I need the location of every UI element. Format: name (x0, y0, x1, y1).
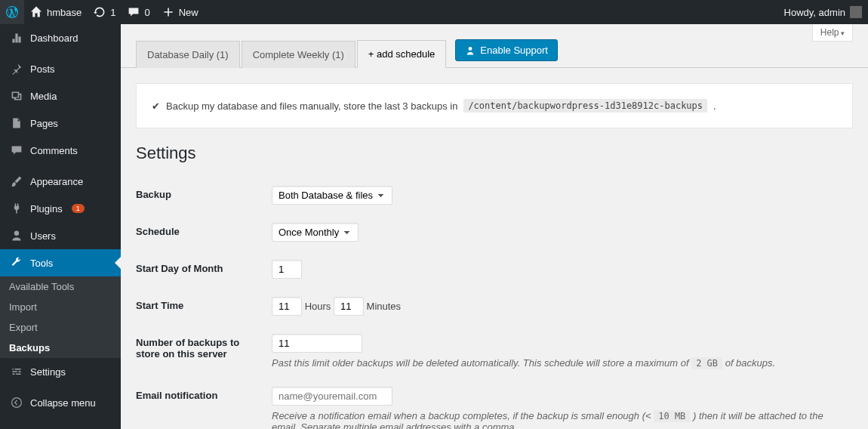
svg-point-0 (12, 398, 22, 408)
wordpress-icon (6, 6, 18, 18)
howdy-text: Howdy, admin (784, 7, 845, 18)
comments-link[interactable]: 0 (122, 0, 155, 24)
menu-dashboard-label: Dashboard (30, 32, 78, 44)
menu-comments-label: Comments (30, 145, 78, 156)
account-link[interactable]: Howdy, admin (778, 0, 868, 24)
menu-pages[interactable]: Pages (0, 110, 121, 137)
comment-icon (128, 6, 140, 18)
start-time-label: Start Time (136, 288, 272, 325)
menu-users-label: Users (30, 230, 56, 242)
collapse-label: Collapse menu (30, 397, 96, 409)
dashboard-icon (9, 30, 24, 45)
enable-support-button[interactable]: Enable Support (455, 39, 558, 61)
summary-text: Backup my database and files manually, s… (166, 100, 457, 112)
schedule-select[interactable]: Once Monthly (272, 223, 359, 242)
site-name: hmbase (47, 7, 82, 18)
menu-appearance[interactable]: Appearance (0, 168, 121, 195)
hours-label: Hours (305, 301, 331, 312)
support-icon (465, 45, 476, 56)
home-icon (30, 6, 42, 18)
hours-input[interactable] (272, 297, 302, 316)
plus-icon (162, 6, 174, 18)
submenu-import[interactable]: Import (0, 297, 121, 317)
menu-users[interactable]: Users (0, 222, 121, 249)
schedule-label: Schedule (136, 214, 272, 251)
email-label: Email notification (136, 378, 272, 429)
admin-bar: hmbase 1 0 New Howdy, admin (0, 0, 868, 24)
admin-sidebar: Dashboard Posts Media Pages Comments App… (0, 24, 121, 429)
backup-summary-panel: ✔ Backup my database and files manually,… (136, 83, 853, 128)
start-day-input[interactable] (272, 260, 302, 279)
submenu-export[interactable]: Export (0, 317, 121, 338)
new-link[interactable]: New (156, 0, 205, 24)
comment-icon (9, 143, 24, 158)
minutes-label: Minutes (367, 301, 402, 312)
comments-count: 0 (144, 7, 149, 18)
tab-complete-weekly[interactable]: Complete Weekly (1) (242, 41, 356, 68)
menu-media[interactable]: Media (0, 82, 121, 110)
tab-database-daily[interactable]: Database Daily (1) (136, 41, 240, 68)
avatar (850, 6, 862, 18)
menu-media-label: Media (30, 91, 57, 102)
pin-icon (9, 61, 24, 76)
tools-submenu: Available Tools Import Export Backups (0, 276, 121, 358)
help-tab[interactable]: Help (812, 24, 853, 42)
check-icon: ✔ (152, 100, 160, 112)
media-icon (9, 88, 24, 103)
start-day-label: Start Day of Month (136, 251, 272, 288)
email-description: Receive a notification email when a back… (272, 410, 845, 429)
num-backups-description: Past this limit older backups will be de… (272, 357, 845, 369)
num-backups-label: Number of backups to store on this serve… (136, 325, 272, 378)
wp-logo[interactable] (0, 0, 24, 24)
menu-posts[interactable]: Posts (0, 55, 121, 82)
plugins-update-badge: 1 (72, 204, 85, 213)
enable-support-label: Enable Support (480, 45, 548, 56)
sliders-icon (9, 364, 24, 379)
user-icon (9, 228, 24, 243)
menu-appearance-label: Appearance (30, 176, 83, 187)
page-icon (9, 116, 24, 131)
updates-link[interactable]: 1 (88, 0, 122, 24)
email-input[interactable] (272, 387, 392, 406)
plug-icon (9, 201, 24, 216)
menu-pages-label: Pages (30, 118, 58, 129)
settings-heading: Settings (136, 144, 853, 163)
updates-count: 1 (110, 7, 115, 18)
submenu-available-tools[interactable]: Available Tools (0, 276, 121, 297)
summary-path: /content/backupwordpress-1d31e8912c-back… (463, 99, 707, 113)
summary-tail: . (713, 100, 716, 112)
menu-plugins-label: Plugins (30, 203, 63, 214)
schedule-tabs: Database Daily (1) Complete Weekly (1) +… (121, 24, 868, 68)
content-area: Help Database Daily (1) Complete Weekly … (121, 24, 868, 429)
tab-add-schedule[interactable]: + add schedule (357, 40, 447, 68)
menu-tools-label: Tools (30, 258, 53, 269)
collapse-icon (9, 395, 24, 410)
menu-dashboard[interactable]: Dashboard (0, 24, 121, 51)
wrench-icon (9, 255, 24, 270)
brush-icon (9, 174, 24, 189)
menu-tools[interactable]: Tools (0, 249, 121, 276)
settings-section: Settings Backup Both Database & files Sc… (121, 144, 868, 429)
collapse-menu[interactable]: Collapse menu (0, 389, 121, 416)
submenu-backups[interactable]: Backups (0, 338, 121, 358)
num-backups-input[interactable] (272, 334, 362, 353)
menu-posts-label: Posts (30, 63, 55, 75)
update-icon (94, 6, 106, 18)
site-name-link[interactable]: hmbase (24, 0, 88, 24)
menu-settings[interactable]: Settings (0, 358, 121, 385)
new-label: New (179, 7, 199, 18)
menu-settings-label: Settings (30, 366, 66, 378)
minutes-input[interactable] (334, 297, 364, 316)
menu-comments[interactable]: Comments (0, 137, 121, 164)
menu-plugins[interactable]: Plugins 1 (0, 195, 121, 222)
backup-select[interactable]: Both Database & files (272, 186, 392, 205)
backup-label: Backup (136, 177, 272, 214)
